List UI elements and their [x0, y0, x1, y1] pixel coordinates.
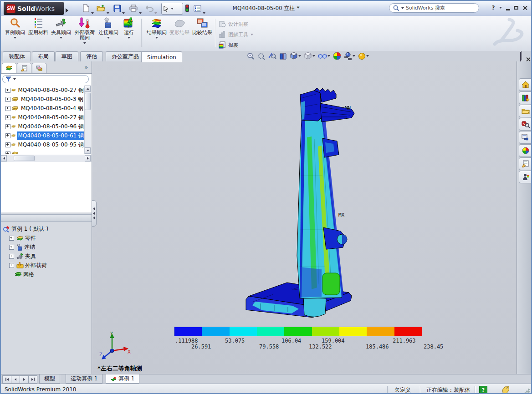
section-view-button[interactable] — [279, 52, 287, 60]
interference-detection-button[interactable] — [182, 3, 192, 13]
appearances-button[interactable] — [519, 144, 532, 157]
options-dropdown-icon[interactable] — [203, 7, 205, 16]
expand-icon[interactable] — [5, 133, 10, 138]
expand-icon[interactable] — [5, 142, 10, 147]
app-menu-button[interactable]: SW SolidWorks — [4, 2, 64, 15]
quick-tips-button[interactable]: ? — [479, 386, 487, 394]
tree-filter-input[interactable] — [2, 75, 89, 83]
select-tool-button[interactable] — [161, 3, 183, 15]
tab-layout[interactable]: 布局 — [32, 51, 55, 61]
tree-row[interactable]: MQ4040-08-05-00-4 钢 — [1, 104, 85, 113]
external-loads-advisor-button[interactable]: 外部载荷顾问 — [73, 17, 97, 49]
hscroll-thumb[interactable] — [14, 156, 35, 161]
run-button[interactable]: 运行 — [120, 17, 138, 49]
study-item-mesh[interactable]: 网格 — [3, 270, 91, 279]
filter-dropdown-icon[interactable] — [13, 78, 16, 80]
save-dropdown-icon[interactable] — [122, 7, 125, 16]
open-dropdown-icon[interactable] — [107, 7, 109, 16]
scroll-left-button[interactable] — [1, 155, 7, 162]
panel-splitter[interactable] — [1, 214, 92, 222]
expand-icon[interactable] — [9, 245, 14, 250]
apply-scene-dropdown-icon[interactable] — [353, 55, 355, 57]
view-settings-button[interactable] — [358, 52, 369, 60]
doc-restore-button[interactable] — [520, 52, 521, 61]
file-explorer-button[interactable] — [519, 105, 532, 117]
expand-icon[interactable] — [9, 263, 14, 268]
tab-assembly[interactable]: 装配体 — [3, 51, 31, 61]
expand-icon[interactable] — [9, 254, 14, 259]
expand-icon[interactable] — [5, 124, 10, 129]
expand-icon[interactable] — [5, 97, 10, 102]
tree-row-selected[interactable]: MQ4040-08-05-00-61 钢 — [1, 131, 85, 140]
tree-horizontal-scrollbar[interactable] — [1, 155, 92, 162]
results-advisor-button[interactable]: 结果顾问 — [146, 17, 168, 49]
solidworks-resources-button[interactable] — [519, 78, 532, 91]
study-item-external-loads[interactable]: 外部载荷 — [3, 261, 91, 270]
zoom-fit-button[interactable] — [247, 52, 255, 60]
expand-icon[interactable] — [5, 88, 10, 93]
print-button[interactable] — [128, 3, 138, 13]
design-library-button[interactable] — [519, 91, 532, 104]
custom-properties-button[interactable] — [519, 157, 532, 170]
study-item-parts[interactable]: 零件 — [3, 233, 91, 242]
scroll-right-button[interactable] — [85, 155, 91, 162]
search-scope-dropdown-icon[interactable] — [401, 7, 404, 9]
tree-row[interactable]: MQ4040-08-05-00-3 钢 — [1, 95, 85, 104]
apply-scene-button[interactable] — [344, 52, 355, 60]
tree-row[interactable]: MQ4040-08-05-00-27 钢 — [1, 113, 85, 122]
view-palette-button[interactable] — [519, 131, 532, 144]
scroll-up-button[interactable] — [85, 86, 91, 92]
zoom-previous-button[interactable] — [268, 52, 276, 60]
last-study-button[interactable] — [28, 375, 37, 384]
edit-appearance-button[interactable] — [333, 52, 341, 60]
panel-overflow-button[interactable]: » — [84, 64, 88, 71]
expand-icon[interactable] — [5, 106, 10, 111]
report-button[interactable]: 报表 — [219, 40, 238, 50]
tags-button[interactable] — [501, 386, 510, 393]
options-button[interactable] — [192, 3, 202, 13]
tab-sketch[interactable]: 草图 — [56, 51, 78, 61]
apply-material-button[interactable]: 应用材料 — [27, 17, 49, 49]
close-button[interactable] — [521, 4, 529, 11]
hide-show-dropdown-icon[interactable] — [327, 55, 330, 57]
view-orientation-button[interactable] — [290, 52, 301, 60]
tree-vertical-scrollbar[interactable] — [84, 86, 91, 154]
connections-advisor-button[interactable]: 连接顾问 — [97, 17, 119, 49]
study-item-fixtures[interactable]: 夹具 — [3, 252, 91, 261]
undo-button[interactable] — [145, 3, 155, 13]
first-study-button[interactable] — [2, 375, 11, 384]
resize-grip[interactable] — [524, 389, 530, 394]
tree-row[interactable]: MQ4040-08-05-00-96 钢 — [1, 122, 85, 131]
save-button[interactable] — [112, 3, 122, 13]
scroll-down-button[interactable] — [85, 147, 91, 154]
study1-tab[interactable]: 算例 1 — [106, 374, 139, 384]
display-style-dropdown-icon[interactable] — [312, 55, 315, 57]
tab-simulation[interactable]: Simulation — [141, 51, 182, 62]
maximize-button[interactable] — [512, 4, 520, 11]
feature-manager-tab[interactable] — [2, 63, 16, 73]
compare-results-button[interactable]: 比较结果 — [191, 17, 213, 49]
configuration-manager-tab[interactable] — [32, 63, 46, 73]
menu-expand-icon[interactable] — [66, 6, 68, 15]
expand-icon[interactable] — [9, 236, 14, 241]
tab-office-products[interactable]: 办公室产品 — [106, 51, 145, 61]
expand-icon[interactable] — [5, 115, 10, 120]
study-advisor-dropdown-icon[interactable] — [14, 37, 16, 39]
tree-row[interactable]: MQ4040-08-05-00-27 钢 — [1, 86, 85, 95]
zoom-area-button[interactable] — [257, 52, 265, 60]
solidworks-search-button[interactable]: S — [519, 118, 532, 131]
expand-icon[interactable] — [5, 152, 10, 154]
tree-row[interactable]: MQ4040-08-05-00-95 钢 — [1, 140, 85, 149]
panel-collapse-handle[interactable] — [92, 200, 97, 227]
view-orientation-dropdown-icon[interactable] — [298, 55, 301, 57]
print-dropdown-icon[interactable] — [139, 7, 142, 16]
tree-row-partial[interactable] — [1, 149, 85, 154]
display-style-button[interactable] — [304, 52, 315, 60]
model-tab[interactable]: 模型 — [39, 374, 60, 384]
document-recovery-button[interactable] — [519, 171, 532, 183]
external-loads-dropdown-icon[interactable] — [83, 42, 86, 44]
hide-show-items-button[interactable] — [318, 53, 330, 59]
search-box[interactable]: SolidWorks 搜索 — [389, 3, 479, 13]
next-study-button[interactable] — [20, 375, 29, 384]
new-document-button[interactable] — [81, 3, 91, 13]
